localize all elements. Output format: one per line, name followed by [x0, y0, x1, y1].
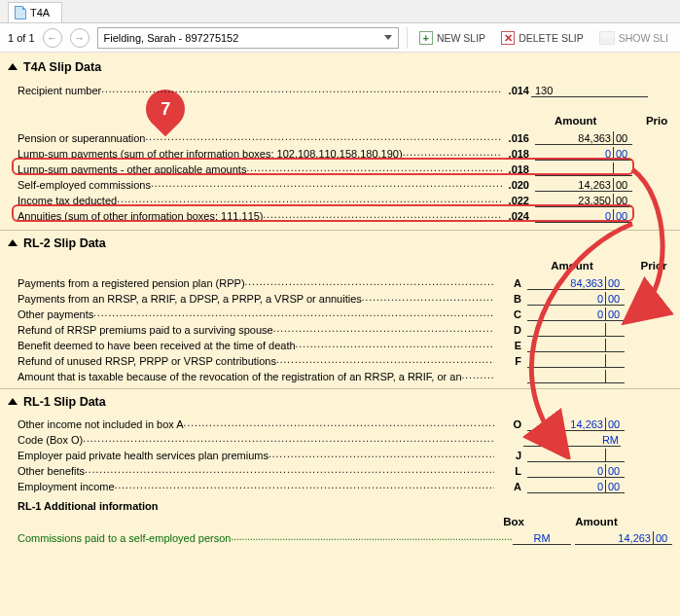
- amount-int[interactable]: 84,363: [535, 131, 613, 145]
- amount-cents[interactable]: [605, 354, 625, 368]
- amount-int[interactable]: 0: [527, 292, 605, 306]
- row-label: Lump-sum payments - other applicable amo…: [18, 163, 502, 175]
- amount-int[interactable]: [527, 370, 605, 383]
- amount-int[interactable]: 0: [527, 464, 605, 478]
- collapse-icon: [8, 239, 18, 246]
- recipient-dropdown[interactable]: Fielding, Sarah - 897275152: [97, 27, 399, 49]
- row-label: Code (Box O): [18, 434, 494, 446]
- code-value[interactable]: RM: [523, 433, 621, 447]
- recipient-name: Fielding, Sarah - 897275152: [104, 32, 239, 44]
- amount-cents[interactable]: [613, 163, 632, 176]
- box-number: E: [494, 340, 523, 351]
- row-label: Refund of RRSP premiums paid to a surviv…: [18, 324, 494, 336]
- tab-label: T4A: [30, 7, 50, 18]
- collapse-icon: [8, 63, 18, 70]
- amount-int[interactable]: 23,350: [535, 194, 613, 207]
- amount-cents[interactable]: [605, 323, 625, 337]
- box-number: C: [494, 308, 523, 320]
- box-number: B: [494, 293, 523, 305]
- row-label: Payments from a registered pension plan …: [18, 277, 494, 289]
- rl1-addl-row: Commissions paid to a self-employed pers…: [0, 529, 680, 547]
- prior-header: Prio: [624, 115, 672, 127]
- addl-box[interactable]: RM: [513, 532, 571, 545]
- amount-int[interactable]: [535, 163, 613, 176]
- amount-cents[interactable]: 00: [605, 292, 625, 306]
- section-title: RL-1 Slip Data: [23, 395, 106, 409]
- amount-cents[interactable]: 00: [613, 194, 632, 207]
- form-row: Payments from an RRSP, a RRIF, a DPSP, a…: [0, 291, 680, 307]
- row-label: Other benefits: [18, 465, 494, 477]
- row-label: Annuities (sum of other information boxe…: [18, 210, 502, 222]
- box-header: Box: [484, 516, 543, 527]
- addl-amount-cents[interactable]: 00: [653, 531, 672, 545]
- show-slip-button[interactable]: SHOW SLI: [595, 31, 672, 45]
- amount-cents[interactable]: 00: [613, 147, 632, 161]
- collapse-icon: [8, 398, 18, 405]
- box-number: .018: [502, 163, 531, 175]
- form-content[interactable]: T4A Slip Data 7 Recipient number .014 13…: [0, 53, 680, 616]
- amount-int[interactable]: 0: [535, 147, 613, 161]
- section-header-rl2[interactable]: RL-2 Slip Data: [0, 233, 680, 252]
- amount-cents[interactable]: 00: [605, 480, 625, 493]
- recipient-number-value[interactable]: 130: [531, 84, 648, 97]
- row-label: Benefit deemed to have been received at …: [18, 340, 494, 351]
- section-title: T4A Slip Data: [23, 60, 101, 74]
- addl-amount-int[interactable]: 14,263: [575, 531, 653, 545]
- amount-cents[interactable]: 00: [613, 178, 632, 192]
- row-label: Income tax deducted: [18, 195, 502, 206]
- row-label: Other income not included in box A: [18, 418, 494, 430]
- amount-int[interactable]: 0: [535, 209, 613, 223]
- divider: [0, 230, 680, 231]
- row-label: Payments from an RRSP, a RRIF, a DPSP, a…: [18, 293, 494, 305]
- document-icon: [15, 6, 26, 19]
- amount-header: Amount: [527, 115, 624, 127]
- amount-cents[interactable]: [605, 339, 625, 352]
- box-number: .024: [502, 210, 531, 222]
- box-number: O: [494, 418, 523, 430]
- toolbar: 1 of 1 ← → Fielding, Sarah - 897275152 +…: [0, 23, 680, 53]
- next-button[interactable]: →: [70, 28, 89, 48]
- show-slip-label: SHOW SLI: [619, 32, 668, 44]
- amount-cents[interactable]: 00: [605, 464, 625, 478]
- row-label: Employment income: [18, 481, 494, 492]
- amount-cents[interactable]: 00: [613, 131, 632, 145]
- amount-int[interactable]: 84,363: [527, 276, 605, 290]
- section-header-t4a[interactable]: T4A Slip Data: [0, 56, 680, 76]
- amount-cents[interactable]: [605, 370, 625, 383]
- form-row: Other income not included in box AO14,26…: [0, 417, 680, 432]
- rl1-rows: Other income not included in box AO14,26…: [0, 417, 680, 494]
- form-row: Employer paid private health services pl…: [0, 448, 680, 463]
- amount-cents[interactable]: 00: [605, 417, 625, 431]
- delete-slip-button[interactable]: ✕ DELETE SLIP: [497, 31, 588, 45]
- row-label: Amount that is taxable because of the re…: [18, 371, 494, 382]
- box-number: A: [494, 481, 523, 492]
- amount-cents[interactable]: [605, 449, 625, 462]
- amount-int[interactable]: [527, 323, 605, 337]
- amount-cents[interactable]: 00: [613, 209, 632, 223]
- prior-header: Prior: [621, 260, 669, 272]
- section-header-rl1[interactable]: RL-1 Slip Data: [0, 391, 680, 411]
- amount-cents[interactable]: 00: [605, 308, 625, 321]
- amount-int[interactable]: [527, 339, 605, 352]
- page-indicator: 1 of 1: [8, 32, 35, 44]
- rl2-rows: Payments from a registered pension plan …: [0, 275, 680, 384]
- new-slip-button[interactable]: + NEW SLIP: [415, 31, 489, 45]
- rl1-additional-header: RL-1 Additional information: [0, 494, 680, 514]
- amount-int[interactable]: 14,263: [527, 417, 605, 431]
- amount-int[interactable]: 0: [527, 480, 605, 493]
- tab-t4a[interactable]: T4A: [8, 2, 62, 22]
- amount-int[interactable]: [527, 449, 605, 462]
- amount-int[interactable]: 14,263: [535, 178, 613, 192]
- form-row: Self-employed commissions.02014,26300: [0, 177, 680, 193]
- amount-cents[interactable]: 00: [605, 276, 625, 290]
- form-row: Annuities (sum of other information boxe…: [0, 208, 680, 224]
- box-number: D: [494, 324, 523, 336]
- amount-int[interactable]: 0: [527, 308, 605, 321]
- tab-bar: T4A: [0, 0, 680, 23]
- amount-int[interactable]: [527, 354, 605, 368]
- prev-button[interactable]: ←: [43, 28, 62, 48]
- form-row: Lump-sum payments (sum of other informat…: [0, 146, 680, 162]
- form-row: Refund of RRSP premiums paid to a surviv…: [0, 322, 680, 338]
- box-number: .014: [502, 85, 531, 96]
- box-number: .018: [502, 148, 531, 160]
